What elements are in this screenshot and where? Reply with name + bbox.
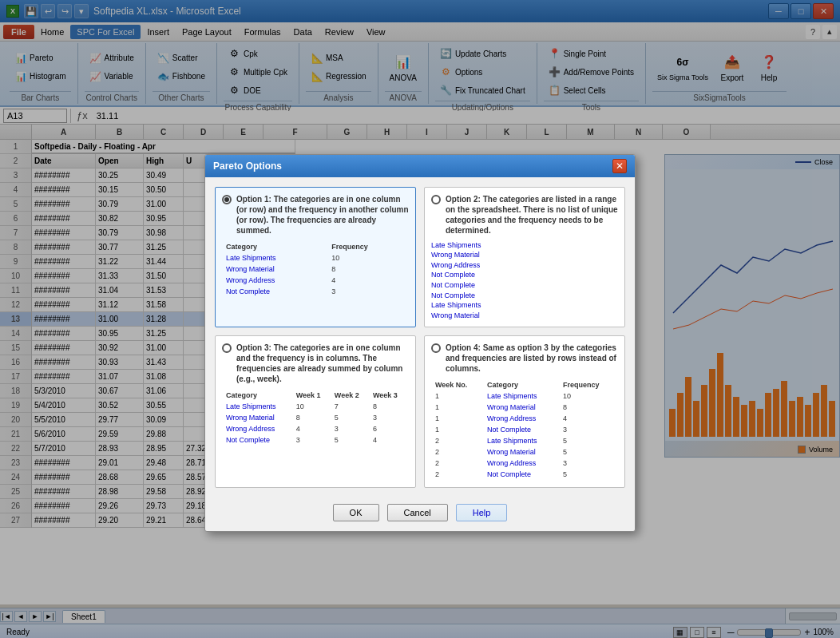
opt1-row: Wrong Material <box>224 264 327 274</box>
opt1-col-category: Category <box>224 242 327 252</box>
opt3-col4: Week 3 <box>370 390 407 400</box>
option3-radio[interactable] <box>222 343 232 353</box>
help-button[interactable]: Help <box>456 504 508 521</box>
opt4-col3: Frequency <box>561 380 616 390</box>
option1-box[interactable]: Option 1: The categories are in one colu… <box>215 187 416 328</box>
opt1-row: Late Shipments <box>224 253 327 263</box>
option4-box[interactable]: Option 4: Same as option 3 by the catego… <box>424 335 625 488</box>
dialog-title: Pareto Options <box>213 160 282 172</box>
opt1-val: 10 <box>329 253 407 263</box>
opt1-val: 8 <box>329 264 407 274</box>
option3-table: CategoryWeek 1Week 2Week 3 Late Shipment… <box>222 389 409 446</box>
dialog-footer: OK Cancel Help <box>205 497 635 531</box>
option4-radio[interactable] <box>431 343 441 353</box>
opt4-col1: Week No. <box>433 380 483 390</box>
option2-header: Option 2: The categories are listed in a… <box>431 194 618 236</box>
ok-button[interactable]: OK <box>333 504 379 521</box>
opt1-row: Wrong Address <box>224 275 327 285</box>
option2-text: Option 2: The categories are listed in a… <box>446 194 618 236</box>
opt1-row: Not Complete <box>224 287 327 296</box>
dialog-overlay: Pareto Options ✕ Option 1: The categorie… <box>0 0 840 638</box>
pareto-options-dialog: Pareto Options ✕ Option 1: The categorie… <box>204 154 636 533</box>
option3-box[interactable]: Option 3: The categories are in one colu… <box>215 335 416 488</box>
option4-table: Week No.CategoryFrequency 1Late Shipment… <box>431 378 618 481</box>
opt3-row: Wrong Address <box>224 424 292 434</box>
option4-text: Option 4: Same as option 3 by the catego… <box>446 343 618 374</box>
opt3-col3: Week 2 <box>332 390 369 400</box>
option1-text: Option 1: The categories are in one colu… <box>236 194 409 236</box>
opt3-col2: Week 1 <box>294 390 331 400</box>
opt3-row: Not Complete <box>224 435 292 445</box>
dialog-title-bar: Pareto Options ✕ <box>205 155 635 177</box>
dialog-body: Option 1: The categories are in one colu… <box>205 177 635 498</box>
opt3-col1: Category <box>224 390 292 400</box>
option3-header: Option 3: The categories are in one colu… <box>222 343 409 384</box>
opt1-val: 4 <box>329 275 407 285</box>
opt3-row: Wrong Material <box>224 413 292 422</box>
option4-header: Option 4: Same as option 3 by the catego… <box>431 343 618 374</box>
option3-text: Option 3: The categories are in one colu… <box>236 343 409 384</box>
opt4-col2: Category <box>485 380 559 390</box>
cancel-button[interactable]: Cancel <box>387 504 448 521</box>
option2-radio[interactable] <box>431 195 441 204</box>
option2-list: Late ShipmentsWrong MaterialWrong Addres… <box>431 240 618 321</box>
dialog-close-btn[interactable]: ✕ <box>612 159 627 173</box>
opt1-val: 3 <box>329 287 407 296</box>
option1-radio[interactable] <box>222 195 232 204</box>
option1-header: Option 1: The categories are in one colu… <box>222 194 409 236</box>
opt1-col-freq: Frequency <box>329 242 407 252</box>
option2-box[interactable]: Option 2: The categories are listed in a… <box>424 187 625 328</box>
opt3-row: Late Shipments <box>224 402 292 411</box>
option1-table: CategoryFrequency Late Shipments10 Wrong… <box>222 240 409 298</box>
